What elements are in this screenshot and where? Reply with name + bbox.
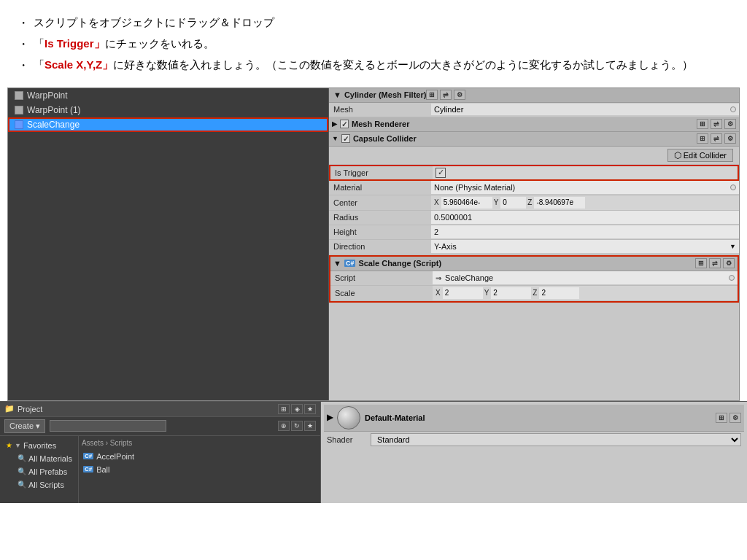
all-materials-item[interactable]: 🔍 All Materials: [3, 452, 75, 465]
mesh-filter-gear[interactable]: ⚙: [454, 90, 465, 100]
project-header: 📁 Project ⊞ ◈ ★: [0, 402, 320, 417]
material-value: None (Physic Material): [431, 181, 739, 194]
center-values: X Y Z: [431, 195, 739, 210]
search-input[interactable]: [50, 420, 166, 432]
mesh-filter-icon2[interactable]: ⇌: [440, 90, 452, 100]
mesh-filter-header: ▼ Cylinder (Mesh Filter) ⊞ ⇌ ⚙: [329, 88, 739, 103]
mesh-filter-title: Cylinder (Mesh Filter): [344, 90, 426, 99]
material-gear[interactable]: ⚙: [729, 413, 741, 423]
radius-row: Radius 0.5000001: [329, 211, 739, 225]
scale-z-label: Z: [533, 289, 537, 297]
create-button[interactable]: Create ▾: [4, 419, 45, 433]
all-scripts-label: All Scripts: [28, 481, 64, 489]
center-z-label: Z: [527, 198, 532, 206]
script-gear[interactable]: ⚙: [723, 258, 735, 268]
mesh-filter-icon1[interactable]: ⊞: [426, 90, 438, 100]
search-icon-sm: 🔍: [18, 454, 26, 462]
capsule-collider-checkbox[interactable]: [341, 134, 350, 143]
scale-row: Scale X Y Z: [330, 286, 738, 301]
project-icon1[interactable]: ⊞: [278, 404, 290, 414]
favorites-item[interactable]: ★ ▼ Favorites: [3, 439, 75, 452]
radius-value: 0.5000001: [431, 211, 739, 224]
material-section: ▶ Default-Material ⊞ ⚙ Shader Standard: [321, 402, 747, 503]
shader-select[interactable]: Standard: [371, 433, 741, 446]
create-label: Create ▾: [9, 421, 40, 431]
center-y-label: Y: [494, 198, 499, 206]
cube-icon-2: [14, 105, 24, 115]
capsule-collider-title: Capsule Collider: [353, 134, 417, 143]
mesh-renderer-icon2[interactable]: ⇌: [711, 119, 722, 129]
inspector-panel: ▼ Cylinder (Mesh Filter) ⊞ ⇌ ⚙ Mesh Cyli…: [329, 88, 739, 400]
mesh-renderer-icon1[interactable]: ⊞: [697, 119, 708, 129]
script-header: ▼ C# Scale Change (Script) ⊞ ⇌ ⚙: [330, 257, 738, 271]
accelpoint-file[interactable]: C# AccelPoint: [82, 450, 136, 463]
all-prefabs-item[interactable]: 🔍 All Prefabs: [3, 465, 75, 478]
center-y-input[interactable]: [500, 197, 526, 209]
material-icon1[interactable]: ⊞: [716, 413, 727, 423]
script-value-text: ⇒ ScaleChange: [436, 273, 493, 282]
edit-collider-button[interactable]: ⬡ Edit Collider: [667, 149, 733, 162]
project-icon3[interactable]: ★: [304, 404, 316, 414]
script-icon2[interactable]: ⇌: [709, 258, 721, 268]
mesh-value-circle[interactable]: [730, 106, 736, 112]
mesh-value: Cylinder: [431, 104, 739, 115]
ball-file[interactable]: C# Ball: [82, 463, 136, 476]
center-x-input[interactable]: [441, 197, 492, 209]
material-header: ▶ Default-Material ⊞ ⚙: [324, 405, 744, 432]
assets-breadcrumb: Assets › Scripts: [82, 439, 136, 447]
star-filter-icon[interactable]: ★: [304, 421, 316, 431]
material-title: Default-Material: [365, 413, 425, 422]
script-row: Script ⇒ ScaleChange: [330, 271, 738, 286]
center-z-input[interactable]: [534, 197, 585, 209]
all-scripts-item[interactable]: 🔍 All Scripts: [3, 478, 75, 491]
ball-cs-icon: C#: [83, 466, 93, 472]
mesh-renderer-checkbox[interactable]: [340, 120, 349, 128]
height-value-text: 2: [434, 228, 438, 236]
bullet2-highlight: Is Trigger」: [44, 34, 105, 54]
script-title: Scale Change (Script): [358, 259, 441, 268]
hierarchy-item-label: ScaleChange: [27, 120, 80, 130]
edit-collider-label: Edit Collider: [684, 151, 727, 160]
accelpoint-label: AccelPoint: [96, 452, 134, 461]
capsule-collider-icon2[interactable]: ⇌: [711, 133, 722, 144]
hierarchy-item-scalechange[interactable]: ScaleChange: [8, 117, 328, 132]
is-trigger-row: Is Trigger ✓: [329, 165, 739, 181]
mesh-row: Mesh Cylinder: [329, 103, 739, 117]
hierarchy-item-warppoint[interactable]: WarpPoint: [8, 88, 328, 103]
cube-blue-icon: [14, 120, 24, 130]
direction-row: Direction Y-Axis ▼: [329, 240, 739, 254]
scale-x-input[interactable]: [443, 287, 483, 299]
capsule-collider-icon1[interactable]: ⊞: [697, 133, 708, 144]
scale-x-label: X: [436, 289, 441, 297]
project-content: ★ ▼ Favorites 🔍 All Materials 🔍 All Pref…: [0, 436, 320, 503]
bullet2-pre: 「: [34, 34, 44, 54]
is-trigger-checkbox[interactable]: ✓: [436, 168, 446, 178]
scale-y-input[interactable]: [491, 287, 531, 299]
scale-z-input[interactable]: [539, 287, 579, 299]
mesh-renderer-title: Mesh Renderer: [352, 120, 409, 128]
mesh-renderer-gear[interactable]: ⚙: [724, 119, 736, 129]
project-tree: ★ ▼ Favorites 🔍 All Materials 🔍 All Pref…: [0, 436, 78, 503]
capsule-collider-header: ▼ Capsule Collider ⊞ ⇌ ⚙: [329, 132, 739, 147]
direction-dropdown-arrow[interactable]: ▼: [729, 243, 736, 250]
center-label: Center: [329, 197, 431, 209]
hierarchy-item-warppoint1[interactable]: WarpPoint (1): [8, 103, 328, 117]
direction-value-text: Y-Axis: [434, 242, 457, 251]
search-icon[interactable]: ⊕: [278, 421, 290, 431]
direction-label: Direction: [329, 241, 431, 252]
capsule-collider-gear[interactable]: ⚙: [724, 133, 736, 144]
project-panel: 📁 Project ⊞ ◈ ★ Create ▾ ⊕ ↻ ★ ★: [0, 402, 321, 503]
material-circle[interactable]: [730, 184, 736, 190]
script-value: ⇒ ScaleChange: [433, 271, 738, 284]
accelpoint-cs-icon: C#: [83, 453, 93, 459]
ball-label: Ball: [96, 465, 109, 474]
search-icon-sm2: 🔍: [18, 467, 26, 475]
refresh-icon[interactable]: ↻: [291, 421, 303, 431]
center-xyz: X Y Z: [434, 197, 736, 209]
scale-values: X Y Z: [433, 286, 738, 300]
script-circle[interactable]: [729, 275, 735, 281]
bullet3-pre: 「: [34, 55, 44, 75]
bullet3-post: に好きな数値を入れましょう。（ここの数値を変えるとボールの大きさがどのように変化…: [113, 55, 693, 75]
script-icon1[interactable]: ⊞: [695, 258, 707, 268]
project-icon2[interactable]: ◈: [291, 404, 303, 414]
